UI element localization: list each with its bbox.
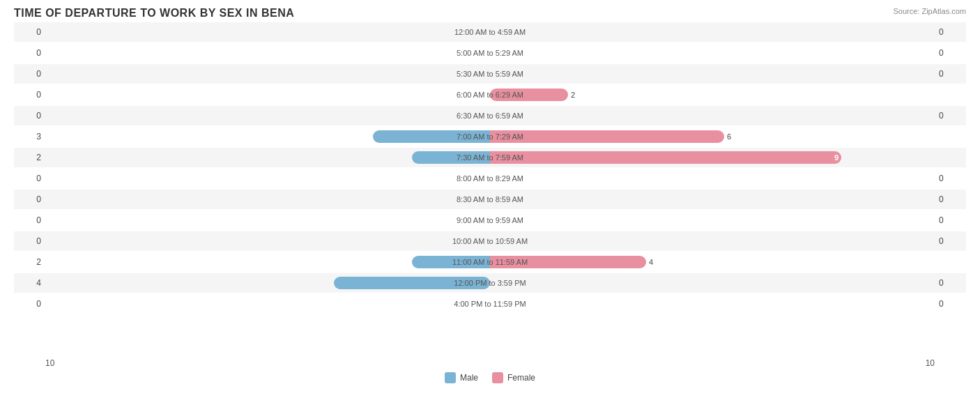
time-label: 5:30 AM to 5:59 AM	[457, 70, 523, 78]
time-label: 8:30 AM to 8:59 AM	[457, 195, 523, 204]
left-value: 0	[14, 69, 45, 79]
time-label: 5:00 AM to 5:29 AM	[457, 49, 523, 57]
left-value: 0	[14, 194, 45, 204]
right-value: 0	[935, 69, 966, 79]
chart-row: 0 8:00 AM to 8:29 AM 0	[14, 169, 966, 188]
left-value: 0	[14, 299, 45, 309]
chart-row: 2 11:00 AM to 11:59 AM 4	[14, 252, 966, 272]
right-value: 0	[935, 111, 966, 121]
bars-area: 8:30 AM to 8:59 AM	[45, 190, 935, 209]
chart-title: TIME OF DEPARTURE TO WORK BY SEX IN BENA	[14, 7, 966, 20]
time-label: 10:00 AM to 10:59 AM	[452, 237, 528, 245]
chart-row: 4 12:00 PM to 3:59 PM 0	[14, 273, 966, 293]
bars-area: 5:00 AM to 5:29 AM	[45, 43, 935, 63]
legend-female-box	[492, 372, 503, 383]
left-value: 0	[14, 90, 45, 100]
left-value: 2	[14, 257, 45, 267]
legend-male-box	[445, 372, 456, 383]
time-label: 8:00 AM to 8:29 AM	[457, 174, 523, 183]
bars-area: 11:00 AM to 11:59 AM 4	[45, 252, 935, 272]
left-value: 0	[14, 215, 45, 225]
right-value: 0	[935, 194, 966, 204]
legend-male-label: Male	[460, 373, 478, 383]
bars-area: 6:30 AM to 6:59 AM	[45, 106, 935, 125]
left-value: 0	[14, 111, 45, 121]
chart-row: 0 9:00 AM to 9:59 AM 0	[14, 210, 966, 230]
left-value: 0	[14, 27, 45, 37]
left-value: 3	[14, 132, 45, 141]
time-label: 7:30 AM to 7:59 AM	[457, 153, 523, 162]
chart-row: 0 5:30 AM to 5:59 AM 0	[14, 64, 966, 84]
legend: Male Female	[14, 372, 966, 383]
right-value: 0	[935, 48, 966, 58]
right-value: 0	[935, 299, 966, 309]
chart-row: 0 12:00 AM to 4:59 AM 0	[14, 22, 966, 42]
chart-row: 0 6:30 AM to 6:59 AM 0	[14, 106, 966, 125]
chart-row: 3 7:00 AM to 7:29 AM 6	[14, 127, 966, 146]
legend-female-label: Female	[507, 373, 535, 383]
right-value: 0	[935, 27, 966, 37]
bars-area: 8:00 AM to 8:29 AM	[45, 169, 935, 188]
chart-row: 0 10:00 AM to 10:59 AM 0	[14, 231, 966, 251]
time-label: 12:00 AM to 4:59 AM	[454, 28, 526, 36]
axis-right: 10	[926, 358, 935, 368]
bars-area: 4:00 PM to 11:59 PM	[45, 294, 935, 314]
time-label: 6:30 AM to 6:59 AM	[457, 112, 523, 120]
bars-area: 12:00 PM to 3:59 PM	[45, 273, 935, 293]
time-label: 7:00 AM to 7:29 AM	[457, 132, 523, 141]
source-label: Source: ZipAtlas.com	[893, 7, 966, 15]
bars-area: 12:00 AM to 4:59 AM	[45, 22, 935, 42]
time-label: 6:00 AM to 6:29 AM	[457, 91, 523, 99]
left-value: 2	[14, 153, 45, 162]
left-value: 0	[14, 236, 45, 246]
legend-female: Female	[492, 372, 535, 383]
chart-row: 0 4:00 PM to 11:59 PM 0	[14, 294, 966, 314]
left-value: 4	[14, 278, 45, 288]
time-label: 12:00 PM to 3:59 PM	[454, 279, 526, 287]
right-value: 0	[935, 215, 966, 225]
bars-area: 7:00 AM to 7:29 AM 6	[45, 127, 935, 146]
time-label: 4:00 PM to 11:59 PM	[454, 300, 526, 308]
time-label: 9:00 AM to 9:59 AM	[457, 216, 523, 224]
right-value: 0	[935, 174, 966, 183]
axis-labels: 10 10	[14, 358, 966, 368]
bars-area: 5:30 AM to 5:59 AM	[45, 64, 935, 84]
left-value: 0	[14, 48, 45, 58]
time-label: 11:00 AM to 11:59 AM	[452, 258, 528, 266]
legend-male: Male	[445, 372, 478, 383]
chart-row: 0 5:00 AM to 5:29 AM 0	[14, 43, 966, 63]
axis-left: 10	[45, 358, 54, 368]
left-value: 0	[14, 174, 45, 183]
chart-row: 0 6:00 AM to 6:29 AM 2	[14, 85, 966, 105]
bars-area: 6:00 AM to 6:29 AM 2	[45, 85, 935, 105]
chart-area: 0 12:00 AM to 4:59 AM 0 0 5:00 AM to 5:2…	[14, 22, 966, 357]
bars-area: 7:30 AM to 7:59 AM 9	[45, 148, 935, 167]
bars-area: 10:00 AM to 10:59 AM	[45, 231, 935, 251]
right-value: 0	[935, 236, 966, 246]
bars-area: 9:00 AM to 9:59 AM	[45, 210, 935, 230]
chart-row: 2 7:30 AM to 7:59 AM 9	[14, 148, 966, 167]
chart-row: 0 8:30 AM to 8:59 AM 0	[14, 190, 966, 209]
chart-container: TIME OF DEPARTURE TO WORK BY SEX IN BENA…	[0, 0, 980, 414]
right-value: 0	[935, 278, 966, 288]
